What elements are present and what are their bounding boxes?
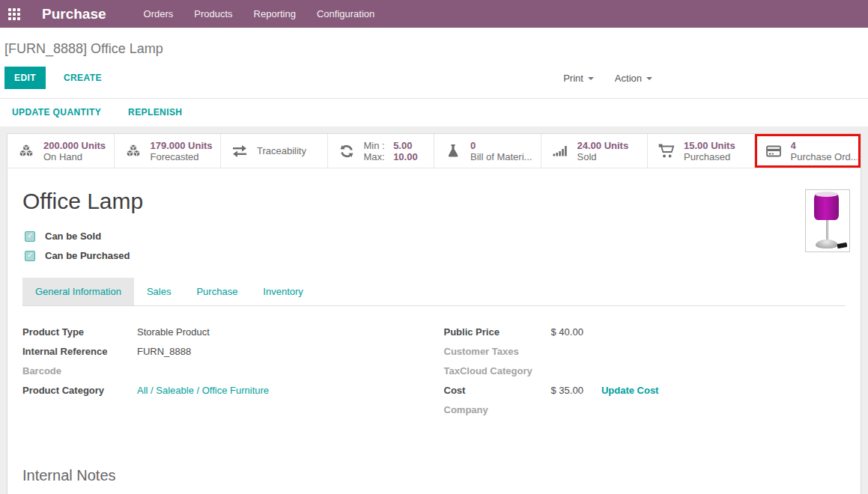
cubes-icon xyxy=(17,142,36,160)
field-company: Company xyxy=(444,404,846,415)
can-be-sold-row: Can be Sold xyxy=(25,231,846,242)
print-dropdown-label: Print xyxy=(563,73,583,84)
stat-button-bill-of-materials[interactable]: 0 Bill of Materi... xyxy=(434,134,541,168)
create-button[interactable]: CREATE xyxy=(64,73,102,83)
nav-item-configuration[interactable]: Configuration xyxy=(306,0,385,28)
can-be-purchased-row: Can be Purchased xyxy=(25,250,846,261)
nav-item-reporting[interactable]: Reporting xyxy=(243,0,306,28)
chevron-down-icon xyxy=(588,77,594,80)
can-be-sold-checkbox[interactable] xyxy=(25,231,35,242)
tab-general-information[interactable]: General Information xyxy=(22,278,134,305)
field-label: TaxCloud Category xyxy=(444,365,551,376)
field-value: Storable Product xyxy=(137,326,210,338)
product-form-sheet: 200.000 Units On Hand 179.000 Units xyxy=(7,133,861,494)
stat-value: 15.00 Units xyxy=(684,140,735,151)
control-panel-right: Print Action xyxy=(563,73,652,84)
field-barcode: Barcode xyxy=(22,365,425,376)
form-body: Office Lamp Can be Sold Can be Purchased… xyxy=(7,168,861,484)
field-label: Product Category xyxy=(22,385,137,396)
field-customer-taxes: Customer Taxes xyxy=(444,346,846,357)
replenish-button[interactable]: REPLENISH xyxy=(128,107,182,118)
tab-inventory[interactable]: Inventory xyxy=(250,278,315,305)
field-label: Public Price xyxy=(444,326,551,338)
stat-button-purchase-orders[interactable]: 4 Purchase Ord... xyxy=(755,134,861,168)
field-value: $ 40.00 xyxy=(551,326,583,338)
field-value: FURN_8888 xyxy=(137,346,191,357)
cubes-icon xyxy=(124,142,143,160)
stat-value: 24.00 Units xyxy=(577,140,629,151)
notebook-tabs: General Information Sales Purchase Inven… xyxy=(22,278,846,306)
stat-label: Bill of Materi... xyxy=(470,151,532,162)
content-area: 200.000 Units On Hand 179.000 Units xyxy=(0,126,868,494)
update-quantity-button[interactable]: UPDATE QUANTITY xyxy=(12,107,101,118)
apps-grid-icon xyxy=(8,8,20,20)
action-dropdown-label: Action xyxy=(615,73,642,84)
flask-icon xyxy=(444,142,463,160)
min-value: 5.00 xyxy=(393,140,412,151)
apps-menu-button[interactable] xyxy=(0,0,28,28)
tab-sales[interactable]: Sales xyxy=(134,278,184,305)
field-label: Cost xyxy=(444,385,551,396)
cart-icon xyxy=(658,142,676,160)
chevron-down-icon xyxy=(646,77,652,80)
edit-button[interactable]: EDIT xyxy=(4,67,46,89)
stat-button-sold[interactable]: 24.00 Units Sold xyxy=(541,134,649,168)
print-dropdown[interactable]: Print xyxy=(563,73,594,84)
field-columns: Product Type Storable Product Internal R… xyxy=(22,326,846,424)
min-label: Min : xyxy=(364,140,391,151)
field-value: $ 35.00 xyxy=(551,385,583,396)
stat-button-box: 200.000 Units On Hand 179.000 Units xyxy=(7,134,861,168)
stat-label: Purchased xyxy=(684,151,730,162)
field-label: Internal Reference xyxy=(22,346,137,357)
field-label: Barcode xyxy=(22,365,137,376)
product-category-link[interactable]: All / Saleable / Office Furniture xyxy=(137,385,269,396)
field-cost: Cost $ 35.00 Update Cost xyxy=(444,385,846,396)
action-dropdown[interactable]: Action xyxy=(615,73,652,84)
field-public-price: Public Price $ 40.00 xyxy=(444,326,846,338)
stat-label: Purchase Ord... xyxy=(791,151,858,162)
stat-value: 0 xyxy=(470,140,476,151)
stat-button-forecasted[interactable]: 179.000 Units Forecasted xyxy=(115,134,222,168)
bar-chart-icon xyxy=(551,142,570,160)
field-internal-reference: Internal Reference FURN_8888 xyxy=(22,346,425,357)
max-label: Max: xyxy=(364,151,391,162)
nav-item-orders[interactable]: Orders xyxy=(133,0,184,28)
nav-item-products[interactable]: Products xyxy=(183,0,243,28)
fields-left: Product Type Storable Product Internal R… xyxy=(22,326,425,424)
field-label: Company xyxy=(444,404,551,415)
field-product-type: Product Type Storable Product xyxy=(22,326,425,338)
control-panel: [FURN_8888] Office Lamp EDIT CREATE Prin… xyxy=(0,28,868,99)
tab-purchase[interactable]: Purchase xyxy=(183,278,250,305)
field-product-category: Product Category All / Saleable / Office… xyxy=(22,385,425,396)
fields-right: Public Price $ 40.00 Customer Taxes TaxC… xyxy=(444,326,846,424)
stat-label: On Hand xyxy=(43,151,82,162)
product-title: Office Lamp xyxy=(22,189,846,214)
stat-value: 179.000 Units xyxy=(151,140,213,151)
field-label: Product Type xyxy=(22,326,137,338)
stat-button-on-hand[interactable]: 200.000 Units On Hand xyxy=(7,134,115,168)
update-cost-button[interactable]: Update Cost xyxy=(601,385,659,396)
nav-menu: Orders Products Reporting Configuration xyxy=(133,0,386,28)
internal-notes-heading: Internal Notes xyxy=(22,467,846,484)
credit-card-icon xyxy=(765,142,783,160)
breadcrumb: [FURN_8888] Office Lamp xyxy=(4,41,856,57)
control-buttons-row: EDIT CREATE Print Action xyxy=(4,67,856,89)
refresh-icon xyxy=(338,142,356,160)
can-be-purchased-label: Can be Purchased xyxy=(45,250,130,261)
stat-label: Forecasted xyxy=(151,151,199,162)
stat-value: 200.000 Units xyxy=(43,140,106,151)
field-taxcloud-category: TaxCloud Category xyxy=(444,365,846,376)
stat-label: Sold xyxy=(577,151,597,162)
max-value: 10.00 xyxy=(393,151,418,162)
stat-button-reordering-rules[interactable]: Min : 5.00 Max: 10.00 xyxy=(328,134,435,168)
stat-value: 4 xyxy=(791,140,796,151)
statusbar: UPDATE QUANTITY REPLENISH xyxy=(0,99,868,126)
stat-button-purchased[interactable]: 15.00 Units Purchased xyxy=(648,134,755,168)
stat-label: Traceability xyxy=(257,145,306,156)
can-be-sold-label: Can be Sold xyxy=(45,231,101,242)
can-be-purchased-checkbox[interactable] xyxy=(25,251,35,261)
stat-button-traceability[interactable]: Traceability xyxy=(221,134,328,168)
field-label: Customer Taxes xyxy=(444,346,551,357)
app-title[interactable]: Purchase xyxy=(42,6,106,22)
top-navbar: Purchase Orders Products Reporting Confi… xyxy=(0,0,868,28)
